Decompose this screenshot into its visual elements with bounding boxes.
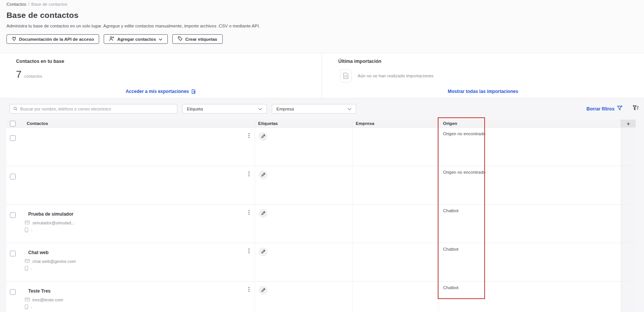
import-card-title: Última importación: [338, 59, 381, 64]
envelope-icon: [25, 298, 30, 302]
add-column-cell: [621, 282, 636, 312]
contact-cell: [6, 166, 255, 204]
contacts-count: 7 contactos: [16, 69, 42, 80]
contact-phone: -: [31, 228, 32, 232]
row-checkbox[interactable]: [10, 212, 16, 218]
api-docs-button[interactable]: Documentación de la API de acceso: [6, 34, 99, 44]
select-all-checkbox[interactable]: [10, 121, 16, 126]
row-menu-kebab-icon[interactable]: [247, 171, 251, 177]
row-menu-kebab-icon[interactable]: [247, 209, 251, 216]
exports-link[interactable]: Acceder a mis exportaciones: [0, 89, 321, 94]
plug-icon: [12, 36, 16, 42]
contact-phone-line: -: [25, 304, 63, 310]
row-checkbox[interactable]: [10, 174, 16, 179]
row-checkbox[interactable]: [10, 289, 16, 295]
page-header: Contactos/Base de contactos Base de cont…: [0, 0, 644, 53]
contact-email: tres@teste.com: [32, 298, 63, 302]
company-filter-label: Empresa: [276, 107, 294, 111]
last-import-card: Última importación Aún no se han realiza…: [321, 53, 644, 99]
tag-filter-select[interactable]: Etiqueta: [182, 104, 267, 114]
tags-cell: [255, 243, 352, 281]
pencil-icon: [261, 133, 265, 140]
add-column-cell: [621, 205, 636, 243]
pencil-icon: [261, 287, 265, 294]
contacts-card-title: Contactos en tu base: [16, 59, 64, 64]
breadcrumb-contactos[interactable]: Contactos: [6, 2, 26, 6]
add-column-cell: [621, 243, 636, 281]
edit-tags-button[interactable]: [259, 209, 267, 218]
mobile-phone-icon: [25, 304, 28, 310]
mobile-phone-icon: [25, 266, 28, 272]
origin-value: Origen no encontrado: [443, 170, 485, 174]
row-menu-kebab-icon[interactable]: [247, 286, 251, 293]
contacts-column-label: Contactos: [27, 121, 48, 126]
add-contacts-button[interactable]: Agregar contactos: [104, 34, 168, 44]
tags-cell: [255, 166, 352, 204]
api-docs-label: Documentación de la API de acceso: [19, 37, 94, 42]
breadcrumb-current: Base de contactos: [31, 2, 67, 6]
tag-filter-label: Etiqueta: [187, 107, 203, 111]
contacts-summary-card: Contactos en tu base 7 contactos Acceder…: [0, 53, 321, 99]
import-empty-message: Aún no se han realizado importaciones: [358, 74, 434, 78]
contact-cell: [6, 128, 255, 166]
contact-email-line: chat web@gestor.com: [25, 259, 76, 264]
header-cell-contacts: Contactos: [6, 120, 255, 127]
contact-info: Prueba de simulador simulador@simulad...…: [25, 211, 75, 235]
origin-value: Chatbot: [443, 285, 458, 290]
tags-cell: [255, 282, 352, 312]
contact-phone-line: -: [25, 227, 75, 233]
show-all-imports-label: Mostrar todas las importaciones: [448, 89, 518, 94]
contact-info: Teste Tres tres@teste.com -: [25, 288, 63, 312]
plus-icon: +: [627, 120, 630, 127]
envelope-icon: [25, 259, 30, 264]
clear-filters-label: Borrar filtros: [586, 106, 614, 112]
contact-name: Chat web: [28, 250, 76, 255]
edit-tags-button[interactable]: [259, 248, 267, 256]
company-filter-select[interactable]: Empresa: [272, 104, 356, 114]
show-all-imports-link[interactable]: Mostrar todas las importaciones: [322, 89, 644, 94]
contacts-page: Contactos/Base de contactos Base de cont…: [0, 0, 644, 312]
clear-filters-button[interactable]: Borrar filtros: [586, 106, 623, 112]
add-contacts-label: Agregar contactos: [117, 37, 156, 42]
edit-tags-button[interactable]: [259, 286, 267, 294]
row-menu-kebab-icon[interactable]: [247, 132, 251, 139]
origin-cell: Origen no encontrado: [438, 128, 621, 166]
contact-cell: Prueba de simulador simulador@simulad...…: [6, 205, 255, 243]
contact-email-line: simulador@simulad...: [25, 220, 75, 226]
row-menu-kebab-icon[interactable]: [247, 248, 251, 254]
table-row: Teste Tres tres@teste.com -: [6, 282, 636, 312]
contact-email: chat web@gestor.com: [32, 259, 76, 264]
row-checkbox[interactable]: [10, 251, 16, 256]
chevron-down-icon: [347, 107, 352, 111]
page-subtitle: Administra tu base de contactos en un so…: [6, 24, 260, 28]
summary-cards: Contactos en tu base 7 contactos Acceder…: [0, 53, 644, 98]
table-row: Origen no encontrado: [6, 166, 636, 205]
table-row: Origen no encontrado: [6, 128, 636, 166]
filter-list-icon[interactable]: [633, 105, 639, 112]
header-cell-origin: Origen: [438, 120, 621, 127]
contact-phone-line: -: [25, 266, 76, 271]
add-column-cell: [621, 166, 636, 204]
table-header-row: Contactos Etiquetas Empresa Origen +: [6, 120, 636, 128]
contacts-count-number: 7: [16, 69, 21, 80]
tags-cell: [255, 205, 352, 243]
add-column-button[interactable]: +: [621, 120, 636, 127]
pencil-icon: [261, 171, 265, 178]
edit-tags-button[interactable]: [259, 171, 267, 179]
edit-tags-button[interactable]: [259, 132, 267, 141]
search-icon: [13, 106, 18, 112]
toolbar: Documentación de la API de acceso Agrega…: [6, 34, 223, 44]
breadcrumb: Contactos/Base de contactos: [6, 2, 67, 6]
header-cell-company: Empresa: [352, 120, 438, 127]
tag-icon: [178, 36, 183, 42]
contact-name: Prueba de simulador: [28, 211, 75, 217]
origin-cell: Chatbot: [438, 205, 621, 243]
company-cell: [352, 205, 438, 243]
search-input[interactable]: [20, 107, 173, 111]
export-icon: [189, 89, 196, 94]
create-tags-button[interactable]: Crear etiquetas: [172, 34, 223, 44]
row-checkbox[interactable]: [10, 135, 16, 141]
origin-cell: Chatbot: [438, 243, 621, 281]
breadcrumb-separator: /: [28, 2, 29, 6]
exports-link-label: Acceder a mis exportaciones: [125, 89, 189, 94]
